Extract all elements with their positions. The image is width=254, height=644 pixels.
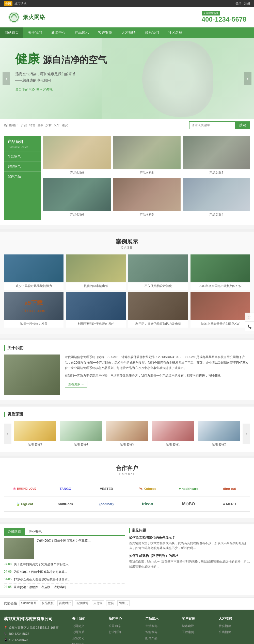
sidebar-menu-item-3[interactable]: 配件产品 xyxy=(4,171,41,181)
partner-vested[interactable]: VESTED xyxy=(86,481,127,496)
float-share-btn[interactable]: ⬚ xyxy=(245,313,254,321)
news-title-3[interactable]: 17岁少女失生人美失100W多主持世围棋… xyxy=(14,577,125,582)
news-title-4[interactable]: 重磅贺达：激励作一夜店顾 一夜顾客特… xyxy=(14,585,125,589)
award-item-2[interactable]: 证书名称4 xyxy=(60,421,102,447)
case-item-7[interactable]: 利用阻力旋转的垂直轴风力发电机 xyxy=(128,292,188,328)
partner-merit[interactable]: ∧ MERIT xyxy=(209,496,250,512)
tag-products[interactable]: 产品 xyxy=(21,123,27,127)
partner-codinar[interactable]: {codinar} xyxy=(86,496,127,512)
about-more-link[interactable]: 查看更多 → xyxy=(65,381,87,388)
award-item-4[interactable]: 证书名称1 xyxy=(152,421,194,447)
footer-link-contact[interactable]: 联系我们 xyxy=(72,641,104,644)
product-item-4[interactable]: 产品名称4 xyxy=(183,178,250,218)
partner-shiftdock[interactable]: ShiftDock xyxy=(45,496,86,512)
news-featured: 乃值400亿！目前中国首富村为何靠算… xyxy=(4,538,125,559)
partner-dineout[interactable]: dine out xyxy=(209,481,250,496)
news-tab-company[interactable]: 公司动态 xyxy=(4,528,25,535)
footer-link-accessories[interactable]: 配件产品 xyxy=(145,635,177,641)
case-item-2[interactable]: 提供的功率输出低 xyxy=(66,254,126,290)
case-section-title: 案例展示 CASE xyxy=(4,238,250,249)
footer-link-cert[interactable]: 公司资质 xyxy=(72,629,104,635)
footer-link-intro[interactable]: 公司简介 xyxy=(72,623,104,629)
float-phone-btn[interactable]: 📞 xyxy=(245,322,254,331)
news-title-2[interactable]: 乃值400亿！目前中国首富村为何靠算... xyxy=(14,570,125,574)
tag-security[interactable]: 碰安 xyxy=(62,123,68,127)
case-item-3[interactable]: 不仅使结构设计简化 xyxy=(128,254,188,290)
nav-item-products[interactable]: 产品展示 xyxy=(70,27,93,38)
partner-busingLove[interactable]: 🌸 BUSING LOVE xyxy=(4,481,45,496)
logo[interactable]: 烟火网络 xyxy=(8,11,45,24)
case-item-1[interactable]: 减少了风轮对风防旋转阻力 xyxy=(4,254,64,290)
tag-girl[interactable]: 少女 xyxy=(45,123,52,127)
footer-link-smart[interactable]: 智能家电 xyxy=(145,629,177,635)
city-switch[interactable]: 城市切换 xyxy=(14,2,27,6)
qa-question-2[interactable]: 如何生成架构（路行列列）的表格 xyxy=(129,554,250,558)
footer-link-home-appliance[interactable]: 生活家电 xyxy=(145,623,177,629)
awards-prev-arrow[interactable]: ‹ xyxy=(4,424,11,444)
footer-link-city[interactable]: 城市建设 xyxy=(182,623,213,629)
qa-question-1[interactable]: 如何给文档增加代码高亮显示？ xyxy=(129,535,250,540)
links-items: Sdcms官网 极品模板 百度时代 新浪微博 支付宝 微信 阿里云 xyxy=(20,600,130,606)
link-alipay[interactable]: 支付宝 xyxy=(92,600,104,606)
case-caption-8: 陆地上风能量量约2.53亿KW xyxy=(190,320,250,328)
award-item-5[interactable]: 证书名称2 xyxy=(198,421,240,447)
nav-item-news[interactable]: 新闻中心 xyxy=(47,27,70,38)
nav-item-contact[interactable]: 联系我们 xyxy=(140,27,164,38)
region-badge[interactable]: 全国 xyxy=(4,1,12,6)
footer-link-industry-news[interactable]: 行业新闻 xyxy=(109,629,140,635)
tag-gold[interactable]: 金条 xyxy=(37,123,43,127)
partner-koloroo[interactable]: 🦘 Koloroo xyxy=(127,481,168,496)
footer-link-engineering[interactable]: 工程案例 xyxy=(182,629,213,635)
awards-next-arrow[interactable]: › xyxy=(243,424,250,444)
link-wechat[interactable]: 微信 xyxy=(106,600,115,606)
nav-item-home[interactable]: 网站首页 xyxy=(0,27,23,38)
footer-col2-title: 新闻中心 xyxy=(109,616,140,621)
footer-link-social[interactable]: 社会招聘 xyxy=(219,623,250,629)
case-item-5[interactable]: a5下载A5xiezol.com 这是一种传统力发置 xyxy=(4,292,64,328)
link-sdcms[interactable]: Sdcms官网 xyxy=(20,600,38,606)
partner-mobo[interactable]: M⊙BO xyxy=(168,496,209,512)
product-item-7[interactable]: 产品名称7 xyxy=(183,136,250,176)
hero-link[interactable]: 鼻尖下的污染 鬼不容忽视 xyxy=(15,88,53,91)
footer-link-company-news[interactable]: 公司动态 xyxy=(109,623,140,629)
link-baidu[interactable]: 百度时代 xyxy=(57,600,73,606)
nav-item-community[interactable]: 社区名称 xyxy=(164,27,187,38)
news-tab-industry[interactable]: 行业资讯 xyxy=(25,528,45,535)
product-item-6[interactable]: 产品名称6 xyxy=(43,178,111,218)
product-item-8[interactable]: 产品名称8 xyxy=(113,136,180,176)
partner-tango[interactable]: TANGO xyxy=(45,481,86,496)
link-aliyun[interactable]: 阿里云 xyxy=(117,600,130,606)
footer-link-culture[interactable]: 企业文化 xyxy=(72,635,104,641)
award-name-2: 证书名称4 xyxy=(60,442,102,447)
case-item-8[interactable]: 陆地上风能量量约2.53亿KW xyxy=(190,292,250,328)
news-featured-text: 乃值400亿！目前中国首富村为何靠算… xyxy=(37,538,125,543)
partner-cigleaf[interactable]: 🍃 CigLeaf xyxy=(4,496,45,512)
footer-col5-title: 人才招聘 xyxy=(219,616,250,621)
partner-healthcare[interactable]: ♥ healthcare xyxy=(168,481,209,496)
link-templates[interactable]: 极品模板 xyxy=(40,600,55,606)
login-link[interactable]: 登录 xyxy=(235,2,242,6)
nav-item-about[interactable]: 关于我们 xyxy=(23,27,47,38)
sidebar-menu-item-1[interactable]: 生活家电 xyxy=(4,152,41,162)
register-link[interactable]: 注册 xyxy=(244,2,250,6)
tag-sales[interactable]: 销售 xyxy=(29,123,35,127)
case-item-6[interactable]: 利用平板和叶子伽境的风轮 xyxy=(66,292,126,328)
tag-train[interactable]: 火车 xyxy=(54,123,60,127)
search-button[interactable]: 搜索 xyxy=(235,121,250,129)
nav-item-cases[interactable]: 客户案例 xyxy=(93,27,117,38)
news-title-1[interactable]: 关于查中的两员女子究竟是谁？争析拉人… xyxy=(14,562,125,567)
nav-item-jobs[interactable]: 人才招聘 xyxy=(117,27,140,38)
sidebar-menu-item-2[interactable]: 智能家电 xyxy=(4,162,41,171)
link-weibo[interactable]: 新浪微博 xyxy=(75,600,90,606)
hero-next-arrow[interactable]: › xyxy=(244,72,251,85)
award-item-1[interactable]: 证书名称3 xyxy=(14,421,56,447)
case-item-4[interactable]: 2003年底全国电力装机约5.67亿 xyxy=(190,254,250,290)
top-bar-left: 全国 城市切换 xyxy=(4,1,27,6)
partner-tricon[interactable]: tricon xyxy=(127,496,168,512)
search-input[interactable] xyxy=(189,121,235,129)
footer-link-public[interactable]: 公共招聘 xyxy=(219,629,250,635)
award-item-3[interactable]: 证书名称5 xyxy=(106,421,148,447)
product-item-5[interactable]: 产品名称5 xyxy=(113,178,180,218)
product-item-9[interactable]: 产品名称9 xyxy=(43,136,111,176)
hero-prev-arrow[interactable]: ‹ xyxy=(3,72,10,85)
